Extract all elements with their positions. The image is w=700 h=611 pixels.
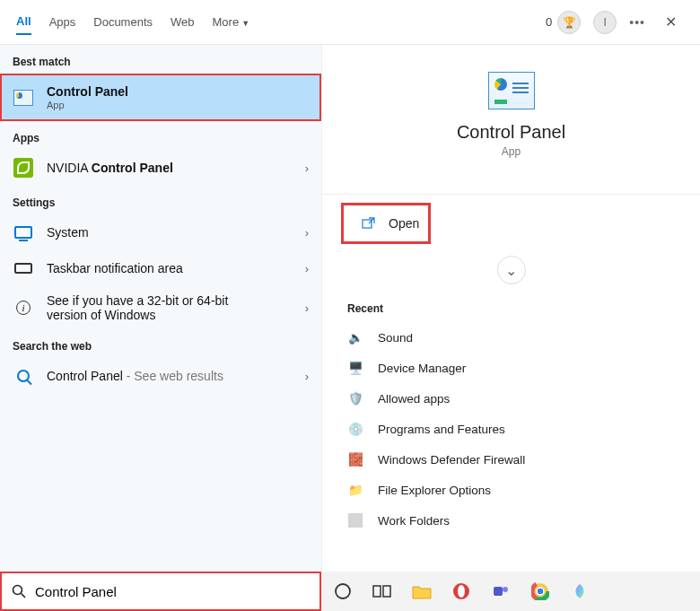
apps-label: Apps <box>0 121 321 150</box>
recent-sound[interactable]: 🔈Sound <box>322 322 700 353</box>
search-icon <box>13 365 34 387</box>
preview-panel: Control Panel App Open ⌄ Recent 🔈Sound 🖥… <box>321 45 700 591</box>
svg-point-1 <box>13 586 22 595</box>
nvidia-icon <box>13 157 34 179</box>
open-action[interactable]: Open <box>342 204 430 243</box>
svg-point-9 <box>503 587 508 592</box>
open-label: Open <box>389 216 419 231</box>
chevron-down-icon: ⌄ <box>505 262 517 279</box>
results-panel: Best match Control Panel App Apps NVIDIA… <box>0 45 321 591</box>
folder-options-icon: 📁 <box>347 482 363 498</box>
control-panel-icon <box>13 87 34 109</box>
settings-label: Settings <box>0 186 321 214</box>
header-actions: 0 🏆 I ••• ✕ <box>546 10 684 34</box>
web-result-title: Control Panel - See web results <box>47 369 305 383</box>
settings-result-taskbar-area[interactable]: Taskbar notification area › <box>0 250 321 286</box>
best-match-title: Control Panel <box>47 84 309 99</box>
header-bar: All Apps Documents Web More▼ 0 🏆 I ••• ✕ <box>0 0 700 45</box>
svg-rect-5 <box>383 586 390 597</box>
svg-line-2 <box>22 594 26 598</box>
close-button[interactable]: ✕ <box>658 10 684 34</box>
opera-icon[interactable] <box>451 580 472 602</box>
recent-allowed-apps[interactable]: 🛡️Allowed apps <box>322 383 700 414</box>
info-icon: i <box>13 297 34 319</box>
search-web-label: Search the web <box>0 329 321 358</box>
teams-icon[interactable] <box>490 580 512 602</box>
chrome-icon[interactable] <box>529 580 551 602</box>
expand-button[interactable]: ⌄ <box>497 256 526 284</box>
settings-result-system[interactable]: System › <box>0 214 321 250</box>
task-view-icon[interactable] <box>372 580 393 602</box>
setting-title: System <box>47 225 305 240</box>
svg-rect-0 <box>363 220 372 228</box>
app-result-title: NVIDIA Control Panel <box>47 161 305 175</box>
tab-apps[interactable]: Apps <box>49 10 76 34</box>
rewards-count: 0 <box>546 15 552 29</box>
search-icon <box>12 584 26 598</box>
taskbar-area-icon <box>13 257 34 279</box>
chevron-down-icon: ▼ <box>241 19 249 28</box>
tab-documents[interactable]: Documents <box>93 10 153 34</box>
svg-point-7 <box>458 585 465 598</box>
recent-file-explorer-options[interactable]: 📁File Explorer Options <box>322 475 700 505</box>
bottom-bar <box>0 572 700 611</box>
rewards-badge[interactable]: 0 🏆 <box>546 11 581 34</box>
file-explorer-icon[interactable] <box>411 580 433 602</box>
cortana-icon[interactable] <box>332 580 354 602</box>
recent-programs-features[interactable]: 💿Programs and Features <box>322 414 700 444</box>
firewall-allow-icon: 🛡️ <box>347 390 363 406</box>
chevron-right-icon: › <box>305 301 309 315</box>
svg-rect-4 <box>373 586 381 597</box>
best-match-result[interactable]: Control Panel App <box>0 74 321 121</box>
search-box[interactable] <box>0 572 321 611</box>
programs-icon: 💿 <box>347 421 363 437</box>
web-result[interactable]: Control Panel - See web results › <box>0 358 321 394</box>
device-manager-icon: 🖥️ <box>347 360 363 376</box>
filter-tabs: All Apps Documents Web More▼ <box>16 0 249 44</box>
recent-device-manager[interactable]: 🖥️Device Manager <box>322 353 700 383</box>
tab-web[interactable]: Web <box>171 10 195 34</box>
work-folders-icon <box>347 512 363 528</box>
firewall-icon: 🧱 <box>347 451 363 467</box>
search-input[interactable] <box>35 584 310 599</box>
best-match-label: Best match <box>0 45 321 74</box>
speaker-icon: 🔈 <box>347 329 363 345</box>
setting-title: Taskbar notification area <box>47 261 305 275</box>
preview-title: Control Panel <box>322 122 700 143</box>
recent-label: Recent <box>322 284 700 322</box>
tab-more[interactable]: More▼ <box>213 10 250 34</box>
chevron-right-icon: › <box>305 226 309 240</box>
best-match-subtitle: App <box>47 100 309 110</box>
setting-title: See if you have a 32-bit or 64-bit versi… <box>47 293 262 322</box>
taskbar <box>321 572 700 611</box>
more-options-button[interactable]: ••• <box>629 15 645 30</box>
tab-all[interactable]: All <box>16 9 31 35</box>
app-result-nvidia[interactable]: NVIDIA Control Panel › <box>0 150 321 186</box>
preview-subtitle: App <box>322 145 700 158</box>
system-icon <box>13 222 34 243</box>
divider <box>322 194 700 195</box>
trophy-icon: 🏆 <box>557 11 581 34</box>
user-avatar[interactable]: I <box>593 11 617 34</box>
recent-work-folders[interactable]: Work Folders <box>322 505 700 536</box>
open-icon <box>362 217 376 230</box>
svg-point-3 <box>336 584 350 598</box>
settings-result-bit-version[interactable]: i See if you have a 32-bit or 64-bit ver… <box>0 286 321 329</box>
recent-defender-firewall[interactable]: 🧱Windows Defender Firewall <box>322 444 700 475</box>
svg-point-13 <box>537 588 544 595</box>
main-content: Best match Control Panel App Apps NVIDIA… <box>0 45 700 591</box>
control-panel-large-icon <box>322 72 700 109</box>
chevron-right-icon: › <box>305 262 309 275</box>
svg-rect-8 <box>494 587 503 596</box>
chevron-right-icon: › <box>305 161 309 175</box>
chevron-right-icon: › <box>305 370 309 383</box>
paint3d-icon[interactable] <box>569 580 591 602</box>
